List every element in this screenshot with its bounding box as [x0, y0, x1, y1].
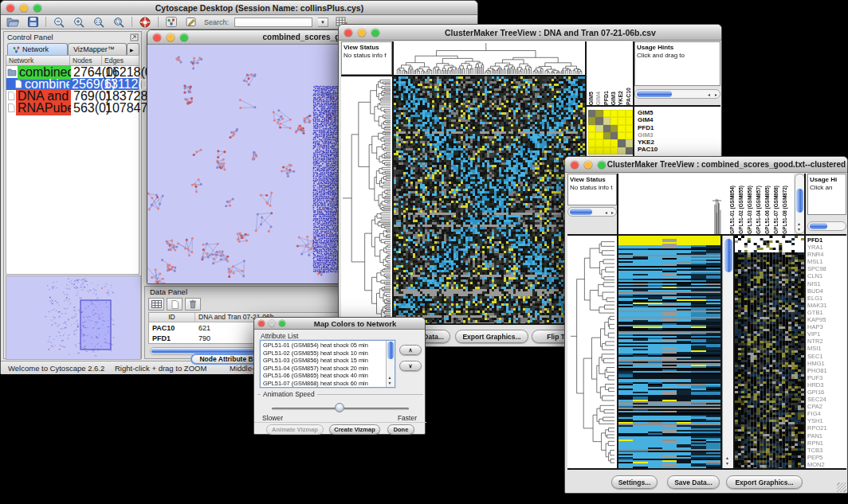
- col-header-id[interactable]: ID: [149, 313, 195, 322]
- column-label[interactable]: GIM3: [610, 92, 618, 105]
- open-file-button[interactable]: [6, 16, 20, 28]
- treeview1-titlebar[interactable]: ClusterMaker TreeView : DNA and Tran 07-…: [339, 25, 721, 41]
- scroll-left-arrow[interactable]: ◂: [708, 92, 710, 97]
- scroll-up-arrow[interactable]: ▴: [726, 455, 728, 460]
- search-input[interactable]: [234, 18, 312, 27]
- row-dendrogram-canvas[interactable]: [567, 236, 617, 468]
- zoom-in-icon[interactable]: [72, 16, 86, 28]
- column-label[interactable]: GPL51-08 (GSM872): [782, 186, 791, 234]
- network-overview-canvas[interactable]: [6, 275, 141, 360]
- gene-label[interactable]: RPO21: [807, 424, 845, 432]
- close-button[interactable]: [258, 320, 265, 326]
- row-label[interactable]: GIM3: [638, 131, 685, 139]
- hscrollbar-thumb[interactable]: [810, 223, 827, 229]
- column-label[interactable]: GPL51-01 (GSM854): [729, 186, 738, 234]
- gene-label[interactable]: CLN1: [807, 272, 845, 279]
- scroll-up-arrow[interactable]: ▴: [389, 375, 391, 380]
- column-label[interactable]: YKE2: [618, 91, 625, 105]
- gene-label[interactable]: ELG1: [807, 295, 845, 302]
- minimize-button[interactable]: [20, 4, 28, 12]
- gene-label[interactable]: MON2: [807, 461, 845, 468]
- view-status-hscrollbar[interactable]: ◂ ▸: [567, 207, 617, 217]
- network-row-rnapuber[interactable]: RNAPuberNov2+ 563(0) 107847(0): [6, 102, 139, 114]
- hscrollbar-thumb[interactable]: [570, 209, 592, 215]
- delete-attribute-trash-icon[interactable]: [185, 298, 201, 311]
- tab-overflow-button[interactable]: ▶: [127, 43, 139, 55]
- attribute-list-item[interactable]: GPL51-06 (GSM865) heat shock 40 min: [263, 372, 392, 380]
- attribute-list[interactable]: GPL51-01 (GSM854) heat shock 05 minGPL51…: [260, 340, 395, 388]
- row-label[interactable]: PAC10: [638, 146, 685, 153]
- export-graphics-button[interactable]: Export Graphics...: [726, 475, 803, 489]
- move-down-button[interactable]: ∨: [399, 361, 422, 371]
- gene-label[interactable]: HMG1: [807, 360, 845, 367]
- gene-label[interactable]: SEC1: [807, 353, 845, 360]
- column-label[interactable]: GPL51-07 (GSM868): [773, 186, 782, 234]
- gene-label[interactable]: SPC98: [807, 265, 845, 272]
- attribute-list-item[interactable]: GPL51-04 (GSM857) heat shock 20 min: [263, 365, 392, 373]
- scroll-down-arrow[interactable]: ▾: [726, 461, 728, 466]
- gene-label[interactable]: YRA1: [807, 244, 845, 251]
- close-button[interactable]: [344, 29, 352, 37]
- close-button[interactable]: [153, 33, 161, 41]
- gene-label[interactable]: HAP3: [807, 323, 845, 330]
- gene-label[interactable]: PUF3: [807, 374, 845, 381]
- attribute-list-item[interactable]: GPL51-02 (GSM855) heat shock 10 min: [263, 350, 392, 357]
- new-attribute-icon[interactable]: [167, 298, 183, 311]
- vscrollbar-thumb[interactable]: [724, 239, 732, 272]
- zoom-fit-icon[interactable]: [112, 16, 126, 28]
- gene-label[interactable]: MSI1: [807, 345, 845, 352]
- heatmap-vscrollbar[interactable]: ▴ ▾: [722, 236, 733, 468]
- move-up-button[interactable]: ∧: [399, 345, 422, 355]
- vscrollbar-thumb[interactable]: [796, 189, 803, 213]
- main-titlebar[interactable]: Cytoscape Desktop (Session Name: collins…: [1, 1, 477, 15]
- expression-heatmap-canvas[interactable]: [618, 236, 720, 468]
- resize-grip[interactable]: [837, 483, 846, 492]
- done-button[interactable]: Done: [387, 424, 414, 435]
- export-graphics-button[interactable]: Export Graphics...: [455, 330, 528, 343]
- gene-label[interactable]: KAP95: [807, 316, 845, 323]
- gene-label[interactable]: GPI16: [807, 389, 845, 396]
- network-mapper-icon[interactable]: [164, 16, 179, 28]
- usage-hints-hscrollbar[interactable]: [807, 221, 846, 231]
- gene-label[interactable]: TCB3: [807, 447, 845, 454]
- minimize-button[interactable]: [167, 33, 175, 41]
- similarity-matrix[interactable]: [588, 110, 633, 154]
- row-label[interactable]: PFD1: [638, 124, 685, 131]
- column-label[interactable]: PAC10: [626, 88, 633, 105]
- attribute-list-vscrollbar[interactable]: ▴ ▾: [386, 341, 395, 387]
- col-header-edges[interactable]: Edges: [102, 56, 137, 65]
- zoom-button[interactable]: [33, 4, 41, 12]
- column-label[interactable]: GPL51-02 (GSM855): [738, 186, 747, 234]
- gene-label[interactable]: MAK31: [807, 302, 845, 309]
- gene-label[interactable]: HRD3: [807, 381, 845, 389]
- col-header-network[interactable]: Network: [6, 56, 70, 65]
- col-header-nodes[interactable]: Nodes: [70, 56, 102, 65]
- minimize-button[interactable]: [269, 320, 275, 326]
- zoom-out-icon[interactable]: [52, 16, 66, 28]
- gene-label[interactable]: NIS1: [807, 280, 845, 287]
- row-label[interactable]: GIM5: [638, 109, 685, 116]
- save-button[interactable]: [26, 16, 40, 28]
- gene-label[interactable]: PAN1: [807, 432, 845, 440]
- animate-vizmap-button[interactable]: Animate Vizmap: [266, 424, 324, 435]
- column-label[interactable]: GIM4: [595, 92, 603, 105]
- gene-label[interactable]: RPN1: [807, 440, 845, 447]
- row-label[interactable]: YKE2: [638, 139, 685, 146]
- settings-button[interactable]: Settings...: [611, 475, 658, 489]
- zoom-button[interactable]: [279, 320, 285, 326]
- secondary-heatmap-canvas[interactable]: [735, 236, 804, 468]
- animation-speed-slider-thumb[interactable]: [335, 403, 344, 412]
- gene-label[interactable]: CPA2: [807, 403, 845, 410]
- column-dendrogram-canvas[interactable]: [618, 174, 722, 234]
- select-attributes-icon[interactable]: [148, 298, 164, 311]
- gene-label[interactable]: RNR4: [807, 251, 845, 258]
- zoom-one-to-one-icon[interactable]: 1:1: [92, 16, 106, 28]
- gene-label[interactable]: PEP5: [807, 454, 845, 461]
- minimize-button[interactable]: [584, 161, 592, 169]
- heatmap-canvas[interactable]: [394, 76, 585, 323]
- gene-label[interactable]: MSL1: [807, 258, 845, 265]
- gene-label[interactable]: FIG4: [807, 410, 845, 417]
- gene-label[interactable]: BUD4: [807, 287, 845, 295]
- create-vizmap-button[interactable]: Create Vizmap: [329, 424, 380, 435]
- vscrollbar-thumb[interactable]: [387, 342, 394, 359]
